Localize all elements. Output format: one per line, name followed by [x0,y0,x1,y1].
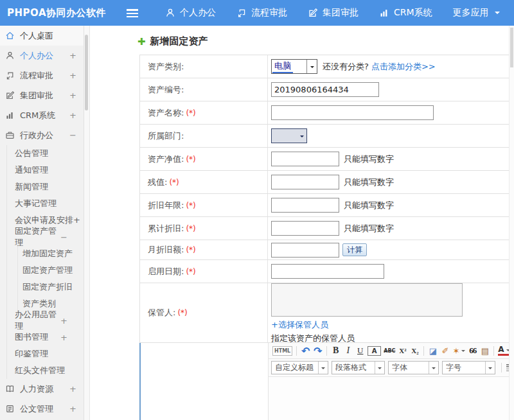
residual-value-input[interactable] [271,175,339,189]
main-scrollbar[interactable] [509,26,514,420]
sidebar-item-personal-desktop[interactable]: 个人桌面 [0,26,84,46]
monthly-depreciation-input[interactable] [271,243,339,258]
asset-code-input[interactable] [271,82,379,97]
paragraph-format-select[interactable]: 段落格式 [332,361,385,374]
expand-toggle-icon[interactable]: − [69,130,76,140]
field-label-text: 累计折旧: [148,223,184,234]
format-brush-icon[interactable]: ✐ [440,345,450,356]
user-icon [5,51,15,61]
superscript-button[interactable]: X² [398,345,407,356]
nav-item-group-approval[interactable]: 集团审批 [308,7,359,19]
field-label: 月折旧额:(*) [140,240,268,259]
redo-icon[interactable]: ↷ [313,345,323,356]
main-scrollbar-thumb[interactable] [510,28,513,67]
sidebar-scrollbar-thumb[interactable] [85,35,88,110]
subscript-button[interactable]: X₂ [410,345,420,356]
sidebar-item-news-mgmt[interactable]: 新闻管理 [0,179,84,195]
nav-item-label: 个人办公 [180,7,216,19]
field-label-text: 折旧年限: [148,200,184,211]
field-value: 只能填写数字 [268,198,509,213]
asset-net-value-row: 资产净值:(*)只能填写数字 [140,148,509,171]
depreciation-years-input[interactable] [271,198,339,213]
edit-icon [308,8,318,18]
paste-text-icon[interactable]: ▤ [480,345,490,356]
expand-toggle-icon[interactable]: − [60,232,67,242]
sidebar-item-personal-office[interactable]: 个人办公+ [0,46,84,66]
nav-item-label: 集团审批 [323,7,359,19]
sidebar-item-label: 行政办公 [20,130,53,141]
font-box-button[interactable]: A [368,346,381,356]
italic-button[interactable]: I [343,345,353,356]
sidebar-item-red-header-doc-mgmt[interactable]: 红头文件管理 [0,362,84,379]
expand-toggle-icon[interactable]: + [69,404,76,414]
blockquote-button[interactable]: 66 [468,345,477,356]
expand-toggle-icon[interactable]: + [69,110,76,120]
eraser-icon[interactable]: ◪ [428,345,438,356]
sidebar-item-add-fixed-asset[interactable]: 增加固定资产 [0,245,84,262]
expand-toggle-icon[interactable]: + [69,91,76,100]
sidebar-item-label: 固定资产折旧 [22,281,73,293]
nav-item-more-apps[interactable]: 更多应用 [453,7,500,19]
style-wand-icon[interactable]: ✶ [452,345,465,356]
department-select[interactable] [271,128,307,143]
sidebar-scrollbar[interactable] [84,26,90,420]
expand-toggle-icon[interactable]: + [60,333,67,342]
select-keeper-link[interactable]: +选择保管人员 [271,320,328,329]
font-family-select[interactable]: 字体 [388,361,439,374]
undo-icon[interactable]: ↶ [301,345,310,356]
calculate-button[interactable]: 计算 [342,243,367,256]
sidebar-item-book-mgmt[interactable]: 图书管理+ [0,329,84,346]
sidebar-item-seal-mgmt[interactable]: 印鉴管理 [0,346,84,362]
html-source-button[interactable]: HTML [272,346,292,356]
asset-name-input[interactable] [271,105,434,120]
nav-item-workflow-approval[interactable]: 流程审批 [236,7,287,19]
sidebar-item-workflow-approval[interactable]: 流程审批+ [0,66,84,85]
sidebar-item-fixed-asset-list[interactable]: 固定资产管理 [0,262,84,279]
font-color-button[interactable]: A [498,346,509,356]
strikethrough-button[interactable]: ABC [384,345,395,356]
nav-item-personal-office[interactable]: 个人办公 [165,7,216,19]
topbar: PHPOA协同办公软件 个人办公流程审批集团审批CRM系统更多应用 [0,0,514,26]
expand-toggle-icon[interactable]: + [60,316,67,326]
bold-button[interactable]: B [331,345,341,356]
accumulated-depreciation-input[interactable] [271,221,339,236]
sidebar-item-fixed-asset-depreciation[interactable]: 固定资产折旧 [0,279,84,295]
font-size-select[interactable]: 字号 [442,361,495,374]
select-caret-icon [306,60,317,73]
sidebar-item-label: 流程审批 [20,70,53,82]
asset-category-select[interactable]: 电脑 [271,59,317,74]
toolbar-separator [423,346,424,356]
sidebar-item-memo-mgmt[interactable]: 大事记管理 [0,195,84,212]
sidebar-item-official-doc-mgmt[interactable]: 公文管理+ [0,399,84,419]
field-label-text: 保管人: [148,307,175,319]
sidebar-item-group-approval[interactable]: 集团审批+ [0,85,84,105]
hamburger-menu-icon[interactable] [127,9,138,17]
sidebar-item-label: 大事记管理 [15,198,57,209]
sidebar-item-office-supplies-mgmt[interactable]: 办公用品管理+ [0,312,84,329]
expand-toggle-icon[interactable]: + [69,384,76,394]
glyph: 66 [469,346,476,356]
start-date-input[interactable] [271,264,384,279]
expand-toggle-icon[interactable]: + [69,51,76,60]
sidebar-item-fixed-asset-mgmt[interactable]: 固定资产管理− [0,229,84,245]
nav-item-crm-system[interactable]: CRM系统 [379,7,432,19]
asset-net-value-input[interactable] [271,152,339,166]
underline-button[interactable]: U [355,345,365,356]
sidebar-item-notice-mgmt[interactable]: 通知管理 [0,162,84,179]
sidebar-item-admin-office[interactable]: 行政办公− [0,125,84,145]
keeper-textarea[interactable] [271,283,463,317]
sidebar-item-crm-system[interactable]: CRM系统+ [0,105,84,125]
sidebar-item-human-resources[interactable]: 人力资源+ [0,379,84,399]
top-navigation: 个人办公流程审批集团审批CRM系统更多应用 [165,7,500,19]
doc-icon [5,404,15,414]
sidebar-item-label: 集团审批 [20,90,53,101]
toolbar-separator [296,346,297,356]
expand-toggle-icon[interactable]: + [69,71,76,80]
field-label-text: 资产名称: [148,107,184,119]
glyph: ▤ [481,346,489,356]
editor-content[interactable] [269,377,509,420]
custom-title-select[interactable]: 自定义标题 [271,361,328,374]
sidebar-item-announcement-mgmt[interactable]: 公告管理 [0,145,84,162]
depreciation-years-row: 折旧年限:(*)只能填写数字 [140,194,509,217]
add-category-link[interactable]: 点击添加分类>> [371,61,436,73]
